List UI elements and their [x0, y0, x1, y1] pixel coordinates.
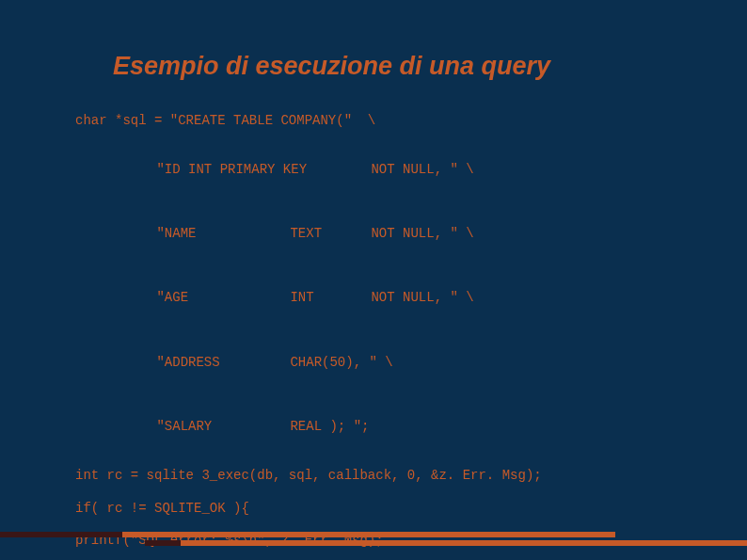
- code-col: "SALARY: [156, 419, 290, 435]
- footer-bar-orange: [122, 532, 615, 537]
- code-col: CHAR(50), " \: [290, 355, 392, 370]
- footer-bar-dark: [0, 532, 122, 537]
- footer-bar-row: [0, 532, 747, 537]
- code-col: REAL ); ";: [290, 419, 369, 434]
- slide-title: Esempio di esecuzione di una query: [113, 52, 672, 81]
- code-col: NOT NULL, " \: [371, 290, 473, 305]
- code-col: NOT NULL, " \: [371, 226, 473, 241]
- slide-container: Esempio di esecuzione di una query char …: [0, 0, 747, 560]
- footer-decoration: [0, 532, 747, 549]
- footer-bar-orange: [181, 540, 747, 546]
- footer-bar-row: [145, 540, 747, 546]
- code-col: TEXT: [290, 226, 371, 242]
- code-line: "AGEINTNOT NULL, " \: [75, 275, 672, 322]
- code-col: "ID INT PRIMARY KEY: [156, 162, 371, 178]
- footer-bar-dark: [145, 540, 181, 546]
- code-col: "NAME: [156, 226, 290, 242]
- code-col: INT: [290, 290, 371, 306]
- code-line: if( rc != SQLITE_OK ){: [75, 501, 672, 517]
- code-line: "NAMETEXTNOT NULL, " \: [75, 210, 672, 257]
- code-line: "ID INT PRIMARY KEYNOT NULL, " \: [75, 146, 672, 193]
- code-line: "ADDRESSCHAR(50), " \: [75, 339, 672, 386]
- code-line: "SALARYREAL ); ";: [75, 403, 672, 450]
- code-line: int rc = sqlite 3_exec(db, sql, callback…: [75, 468, 672, 484]
- code-col: "ADDRESS: [156, 355, 290, 371]
- code-line: char *sql = "CREATE TABLE COMPANY(" \: [75, 113, 672, 129]
- code-col: "AGE: [156, 290, 290, 306]
- code-block: char *sql = "CREATE TABLE COMPANY(" \ "I…: [75, 113, 672, 560]
- code-col: NOT NULL, " \: [371, 162, 473, 177]
